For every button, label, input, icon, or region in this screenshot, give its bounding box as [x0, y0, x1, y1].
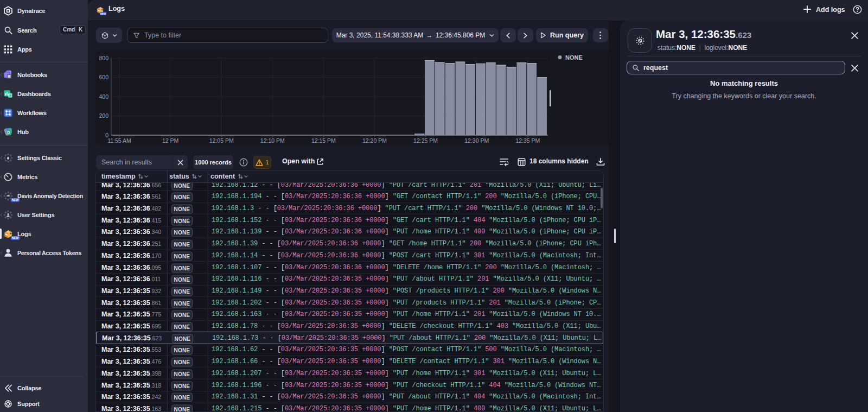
svg-text:NONE: NONE — [565, 54, 583, 61]
svg-text:12 PM: 12 PM — [162, 137, 178, 144]
svg-text:400: 400 — [99, 93, 108, 100]
svg-text:12:30 PM: 12:30 PM — [464, 137, 489, 144]
svg-text:12:25 PM: 12:25 PM — [413, 137, 438, 144]
svg-text:200: 200 — [99, 112, 108, 119]
svg-text:11:55 AM: 11:55 AM — [107, 137, 131, 144]
svg-text:600: 600 — [99, 74, 108, 80]
svg-text:0: 0 — [105, 132, 108, 138]
svg-text:12:35 PM: 12:35 PM — [515, 137, 540, 144]
svg-text:12:20 PM: 12:20 PM — [362, 137, 387, 144]
svg-text:12:10 PM: 12:10 PM — [260, 137, 285, 144]
svg-text:800: 800 — [99, 55, 108, 61]
svg-text:12:15 PM: 12:15 PM — [311, 137, 336, 144]
svg-text:12:05 PM: 12:05 PM — [209, 137, 234, 144]
